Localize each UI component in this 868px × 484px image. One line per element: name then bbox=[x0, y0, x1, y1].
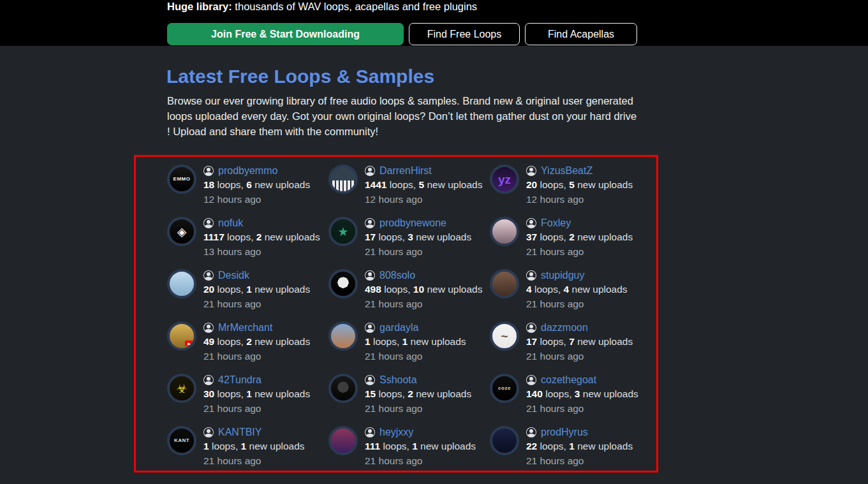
user-avatar[interactable] bbox=[167, 269, 196, 298]
loops-stats: 4 loops, 4 new uploads bbox=[526, 284, 628, 295]
username-link[interactable]: dazzmoon bbox=[526, 322, 633, 334]
person-circle-icon bbox=[365, 427, 375, 437]
username-link[interactable]: KANTBIY bbox=[203, 427, 305, 438]
username: prodbynewone bbox=[379, 217, 446, 229]
uploads-label: new uploads bbox=[575, 179, 633, 190]
user-avatar[interactable]: yz bbox=[490, 165, 519, 194]
user-info: heyjxxy 111 loops, 1 new uploads 21 hour… bbox=[365, 426, 476, 467]
user-card: stupidguy 4 loops, 4 new uploads 21 hour… bbox=[490, 269, 651, 321]
user-info: YizusBeatZ 20 loops, 5 new uploads 12 ho… bbox=[526, 165, 633, 205]
username: heyjxxy bbox=[379, 427, 413, 438]
person-circle-icon bbox=[203, 323, 214, 333]
username-link[interactable]: Desidk bbox=[203, 270, 310, 281]
user-avatar[interactable]: ★ bbox=[328, 217, 358, 246]
avatar-glyph: ~ bbox=[501, 330, 508, 342]
user-info: nofuk 1117 loops, 2 new uploads 13 hours… bbox=[203, 217, 320, 258]
user-avatar[interactable] bbox=[328, 426, 358, 455]
username-link[interactable]: DarrenHirst bbox=[365, 165, 482, 177]
username-link[interactable]: Foxley bbox=[526, 217, 633, 229]
uploads-label: new uploads bbox=[252, 284, 310, 295]
user-info: Desidk 20 loops, 1 new uploads 21 hours … bbox=[203, 269, 310, 310]
loops-label: loops, bbox=[543, 388, 575, 399]
find-free-loops-button[interactable]: Find Free Loops bbox=[409, 23, 520, 45]
person-circle-icon bbox=[526, 166, 536, 176]
library-tagline: Huge library: thousands of WAV loops, ac… bbox=[167, 1, 477, 13]
username-link[interactable]: MrMerchant bbox=[203, 322, 310, 334]
avatar-glyph: yz bbox=[498, 173, 511, 186]
user-avatar[interactable]: EMMO bbox=[167, 165, 196, 194]
username-link[interactable]: prodbynewone bbox=[365, 217, 471, 229]
find-acapellas-button[interactable]: Find Acapellas bbox=[525, 23, 637, 45]
uploads-count: 3 bbox=[408, 231, 413, 242]
user-avatar[interactable] bbox=[490, 217, 519, 246]
user-avatar[interactable]: ▶ bbox=[167, 321, 196, 351]
user-avatar[interactable] bbox=[490, 269, 519, 298]
username-link[interactable]: prodbyemmo bbox=[203, 165, 310, 177]
loops-count: 498 bbox=[365, 284, 381, 295]
user-card: ★ prodbynewone 17 loops, 3 new uploads 2… bbox=[328, 217, 490, 269]
user-avatar[interactable]: ☣ bbox=[167, 374, 196, 403]
loops-stats: 1 loops, 1 new uploads bbox=[365, 336, 466, 348]
user-avatar[interactable]: ◈ bbox=[167, 217, 196, 246]
upload-time: 21 hours ago bbox=[526, 246, 633, 258]
join-free-button[interactable]: Join Free & Start Downloading bbox=[167, 23, 404, 45]
username: YizusBeatZ bbox=[541, 165, 592, 177]
user-avatar[interactable]: coze bbox=[490, 374, 519, 403]
loops-stats: 18 loops, 6 new uploads bbox=[203, 179, 310, 191]
uploads-count: 1 bbox=[246, 284, 252, 295]
loops-label: loops, bbox=[537, 336, 569, 347]
loops-stats: 111 loops, 1 new uploads bbox=[365, 441, 476, 452]
uploads-label: new uploads bbox=[408, 336, 466, 347]
username-link[interactable]: 808solo bbox=[365, 270, 482, 281]
user-info: KANTBIY 1 loops, 1 new uploads 21 hours … bbox=[203, 426, 305, 467]
loops-stats: 15 loops, 2 new uploads bbox=[365, 388, 471, 400]
username-link[interactable]: YizusBeatZ bbox=[526, 165, 633, 177]
user-info: 42Tundra 30 loops, 1 new uploads 21 hour… bbox=[203, 374, 310, 414]
uploads-label: new uploads bbox=[424, 284, 482, 295]
username: stupidguy bbox=[541, 270, 585, 281]
person-circle-icon bbox=[526, 427, 536, 437]
user-avatar[interactable]: ~ bbox=[490, 321, 519, 351]
uploads-count: 7 bbox=[569, 336, 575, 347]
user-card: heyjxxy 111 loops, 1 new uploads 21 hour… bbox=[328, 426, 490, 473]
person-circle-icon bbox=[365, 218, 375, 228]
user-card: ◈ nofuk 1117 loops, 2 new uploads 13 hou… bbox=[167, 217, 328, 269]
user-avatar[interactable] bbox=[328, 165, 358, 194]
username: cozethegoat bbox=[541, 374, 596, 386]
username-link[interactable]: prodHyrus bbox=[526, 427, 633, 438]
uploads-count: 1 bbox=[569, 441, 575, 451]
upload-time: 12 hours ago bbox=[365, 194, 482, 205]
loops-count: 20 bbox=[526, 179, 537, 190]
upload-time: 21 hours ago bbox=[526, 403, 638, 414]
username-link[interactable]: stupidguy bbox=[526, 270, 628, 281]
user-avatar[interactable] bbox=[328, 269, 358, 298]
username-link[interactable]: 42Tundra bbox=[203, 374, 310, 386]
loops-count: 4 bbox=[526, 284, 532, 295]
loops-label: loops, bbox=[381, 284, 413, 295]
loops-label: loops, bbox=[214, 336, 246, 347]
top-header-bar: Huge library: thousands of WAV loops, ac… bbox=[0, 0, 868, 46]
uploads-label: new uploads bbox=[575, 441, 633, 451]
person-circle-icon bbox=[365, 166, 375, 176]
loops-label: loops, bbox=[224, 231, 256, 242]
user-avatar[interactable] bbox=[490, 426, 519, 455]
user-card: DarrenHirst 1441 loops, 5 new uploads 12… bbox=[328, 165, 490, 217]
person-circle-icon bbox=[203, 218, 214, 228]
username: Foxley bbox=[541, 217, 571, 229]
username-link[interactable]: gardayla bbox=[365, 322, 466, 334]
username-link[interactable]: Sshoota bbox=[365, 374, 471, 386]
uploads-count: 1 bbox=[402, 336, 408, 347]
username-link[interactable]: cozethegoat bbox=[526, 374, 638, 386]
username: nofuk bbox=[218, 217, 243, 229]
user-avatar[interactable]: KANT bbox=[167, 426, 196, 455]
username-link[interactable]: nofuk bbox=[203, 217, 320, 229]
user-card: Sshoota 15 loops, 2 new uploads 21 hours… bbox=[328, 374, 490, 426]
loops-stats: 140 loops, 3 new uploads bbox=[526, 388, 638, 400]
user-avatar[interactable] bbox=[328, 374, 358, 403]
upload-time: 21 hours ago bbox=[203, 351, 310, 362]
user-avatar[interactable] bbox=[328, 321, 358, 351]
uploads-count: 1 bbox=[241, 441, 247, 451]
user-info: prodHyrus 22 loops, 1 new uploads 21 hou… bbox=[526, 426, 633, 467]
loops-stats: 1117 loops, 2 new uploads bbox=[203, 231, 320, 243]
username-link[interactable]: heyjxxy bbox=[365, 427, 476, 438]
